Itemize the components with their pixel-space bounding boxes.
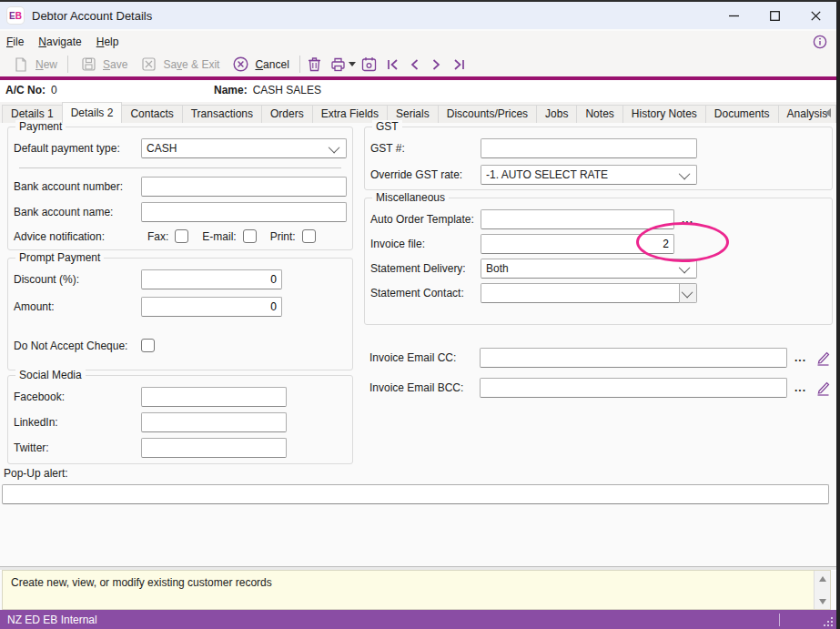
- social-media-group: Social Media Facebook: LinkedIn: Twitter…: [7, 375, 353, 464]
- save-icon: [78, 55, 98, 75]
- discount-input[interactable]: [141, 269, 282, 289]
- minimize-button[interactable]: [713, 2, 754, 29]
- acno-value: 0: [51, 84, 57, 96]
- tab-scroll-left-icon[interactable]: [825, 108, 831, 117]
- invoice-email-bcc-browse-button[interactable]: ...: [794, 381, 806, 394]
- payment-legend: Payment: [15, 120, 66, 133]
- statement-delivery-select[interactable]: Both: [481, 259, 697, 279]
- popup-alert-input[interactable]: [2, 484, 829, 504]
- resize-grip[interactable]: [822, 615, 833, 626]
- statement-contact-dropdown-button[interactable]: [680, 283, 697, 303]
- next-record-button[interactable]: [427, 55, 447, 75]
- tab-documents[interactable]: Documents: [705, 105, 779, 123]
- discount-label: Discount (%):: [14, 273, 141, 286]
- default-payment-type-select[interactable]: CASH: [141, 138, 347, 158]
- invoice-email-cc-edit-button[interactable]: [815, 350, 831, 366]
- auto-order-template-input[interactable]: [481, 209, 674, 229]
- miscellaneous-group: Miscellaneous Auto Order Template: ... I…: [364, 198, 833, 325]
- menu-file[interactable]: File: [0, 31, 31, 52]
- invoice-file-label: Invoice file:: [370, 238, 481, 250]
- printer-icon: [330, 57, 346, 72]
- tab-orders[interactable]: Orders: [261, 105, 313, 123]
- record-header: A/C No:0 Name:CASH SALES: [0, 80, 836, 102]
- gst-legend: GST: [372, 120, 402, 133]
- chevron-down-icon: [681, 286, 693, 298]
- info-icon: [813, 35, 827, 49]
- email-checkbox[interactable]: [243, 229, 257, 243]
- next-record-icon: [431, 59, 441, 70]
- maximize-button[interactable]: [754, 2, 795, 29]
- app-logo-icon: EB: [7, 7, 24, 24]
- schedule-button[interactable]: [359, 55, 380, 75]
- amount-label: Amount:: [14, 300, 141, 313]
- calendar-bell-icon: [361, 56, 377, 72]
- facebook-label: Facebook:: [14, 391, 141, 403]
- payment-separator: [19, 167, 341, 168]
- popup-alert-label: Pop-Up alert:: [4, 467, 68, 480]
- scroll-down-button[interactable]: [815, 594, 830, 608]
- bank-account-name-input[interactable]: [141, 202, 347, 222]
- invoice-email-bcc-edit-button[interactable]: [815, 380, 831, 396]
- status-bar-text: NZ ED EB Internal: [7, 614, 97, 626]
- tab-jobs[interactable]: Jobs: [536, 105, 577, 123]
- override-gst-rate-label: Override GST rate:: [370, 168, 481, 181]
- last-record-button[interactable]: [449, 55, 469, 75]
- do-not-accept-cheque-label: Do Not Accept Cheque:: [14, 340, 141, 352]
- close-icon: [811, 11, 821, 21]
- last-record-icon: [452, 59, 465, 70]
- bank-account-number-input[interactable]: [141, 177, 347, 197]
- invoice-file-input[interactable]: [481, 234, 674, 254]
- info-button[interactable]: [813, 35, 827, 49]
- close-button[interactable]: [795, 2, 836, 29]
- linkedin-input[interactable]: [141, 412, 287, 432]
- invoice-email-cc-input[interactable]: [480, 348, 787, 368]
- print-checkbox[interactable]: [302, 229, 316, 243]
- details-2-panel: Payment Default payment type: CASH Bank …: [0, 123, 836, 566]
- menu-help[interactable]: Help: [89, 31, 127, 52]
- bank-account-name-label: Bank account name:: [14, 206, 141, 218]
- override-gst-rate-select[interactable]: -1. AUTO SELECT RATE: [481, 165, 697, 185]
- statement-contact-input[interactable]: [481, 283, 680, 303]
- print-dropdown-caret-icon[interactable]: [349, 62, 356, 66]
- tab-history-notes[interactable]: History Notes: [622, 105, 706, 123]
- scroll-up-button[interactable]: [815, 572, 830, 585]
- tab-details-2[interactable]: Details 2: [62, 102, 123, 124]
- gst-number-input[interactable]: [481, 138, 697, 158]
- pencil-icon: [815, 350, 831, 366]
- toolbar-separator: [299, 56, 300, 73]
- new-button[interactable]: New: [5, 55, 63, 75]
- twitter-input[interactable]: [141, 438, 287, 458]
- delete-button[interactable]: [305, 55, 325, 75]
- save-and-exit-button[interactable]: Save & Exit: [133, 55, 225, 75]
- print-button[interactable]: [329, 55, 349, 75]
- tab-relationships[interactable]: Relationsh: [835, 105, 836, 123]
- statement-contact-label: Statement Contact:: [370, 287, 481, 299]
- invoice-email-cc-browse-button[interactable]: ...: [794, 351, 806, 364]
- pencil-icon: [815, 380, 831, 396]
- tab-bar: Details 1 Details 2 Contacts Transaction…: [0, 102, 836, 124]
- bank-account-number-label: Bank account number:: [14, 180, 141, 193]
- save-button[interactable]: Save: [73, 55, 133, 75]
- amount-input[interactable]: [141, 297, 282, 317]
- default-payment-type-label: Default payment type:: [14, 142, 141, 155]
- auto-order-browse-button[interactable]: ...: [682, 213, 693, 226]
- tab-notes[interactable]: Notes: [576, 105, 622, 123]
- name-label: Name:: [214, 84, 248, 96]
- invoice-email-cc-label: Invoice Email CC:: [369, 351, 480, 364]
- previous-record-button[interactable]: [405, 55, 425, 75]
- arrow-down-icon: [819, 599, 826, 604]
- facebook-input[interactable]: [141, 387, 287, 407]
- tab-discounts-prices[interactable]: Discounts/Prices: [438, 105, 537, 123]
- invoice-email-bcc-input[interactable]: [480, 378, 787, 398]
- info-scrollbar[interactable]: [814, 571, 830, 609]
- do-not-accept-cheque-checkbox[interactable]: [141, 339, 155, 352]
- first-record-button[interactable]: [383, 55, 403, 75]
- fax-checkbox[interactable]: [175, 229, 188, 243]
- tab-transactions[interactable]: Transactions: [182, 105, 262, 123]
- auto-order-template-label: Auto Order Template:: [370, 213, 481, 226]
- payment-group: Payment Default payment type: CASH Bank …: [7, 127, 353, 250]
- menu-navigate[interactable]: Navigate: [31, 31, 88, 52]
- cancel-button[interactable]: Cancel: [225, 55, 294, 75]
- prompt-payment-legend: Prompt Payment: [15, 251, 104, 264]
- tab-contacts[interactable]: Contacts: [121, 105, 182, 123]
